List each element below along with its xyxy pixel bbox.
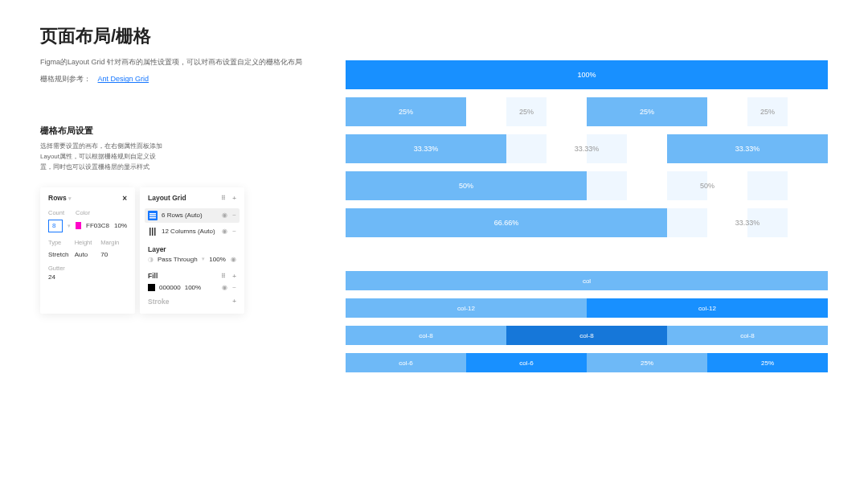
grid-cell: col-12 [346,298,587,318]
rows-panel-title: Rows ▾ [48,194,72,202]
layer-section: Layer [148,245,236,253]
grid-cell: 50% [587,171,828,200]
grid-cell: 33.33% [506,134,667,163]
svg-rect-0 [149,213,156,215]
grid-cell: 25% [587,97,707,126]
height-value[interactable]: Auto [75,251,101,258]
count-label: Count [48,209,64,216]
grid-cell: 33.33% [667,208,828,237]
page-description: Figma的Layout Grid 针对画布的属性设置项，可以对画布设置自定义的… [40,56,305,68]
layout-grid-item-columns[interactable]: 12 Columns (Auto) ◉ − [148,224,236,239]
grid-cell: col [346,271,828,290]
grid-cell: 25% [707,353,828,372]
type-value[interactable]: Stretch [48,251,75,258]
columns-icon [148,227,158,236]
blend-icon: ◑ [148,256,154,263]
layout-grid-item-label: 6 Rows (Auto) [162,212,203,219]
margin-value[interactable]: 70 [100,251,127,258]
svg-rect-4 [152,228,154,236]
layout-grid-title: Layout Grid [148,194,186,202]
gutter-value[interactable]: 24 [48,273,127,281]
margin-label: Margin [100,239,127,246]
grid-cell: col-8 [667,326,828,345]
fill-opacity[interactable]: 100% [185,284,201,291]
grid-cell: col-8 [506,326,667,345]
eye-icon[interactable]: ◉ [222,228,227,235]
svg-rect-1 [149,215,156,216]
gutter-label: Gutter [48,265,127,272]
fill-section: Fill ⠿ + [148,272,236,280]
ant-design-link[interactable]: Ant Design Grid [98,75,149,83]
fill-row[interactable]: 000000 100% ◉ − [148,284,236,291]
chevron-down-icon[interactable]: ▾ [202,256,205,262]
eye-icon[interactable]: ◉ [222,284,227,291]
close-icon[interactable]: × [122,194,127,203]
style-icon[interactable]: ⠿ [221,273,226,280]
grid-reference: 栅格规则参考： Ant Design Grid [40,74,305,84]
eye-icon[interactable]: ◉ [222,212,227,219]
remove-icon[interactable]: − [232,228,236,235]
remove-icon[interactable]: − [232,284,236,291]
grid-cell: 25% [707,97,828,126]
plus-icon[interactable]: + [232,298,236,305]
section-desc: 选择需要设置的画布，在右侧属性面板添加Layout属性，可以根据栅格规则自定义设… [40,142,169,172]
remove-icon[interactable]: − [232,212,236,219]
grid-cell: 25% [346,97,466,126]
color-opacity[interactable]: 10% [114,222,127,229]
color-hex[interactable]: FF03C8 [86,222,109,229]
grid-cell: col-12 [587,298,828,318]
grid-cell: 33.33% [667,134,828,163]
grid-cell: 33.33% [346,134,506,163]
blend-mode-row[interactable]: ◑Pass Through▾ 100% ◉ [148,253,236,265]
svg-rect-2 [149,217,156,219]
stroke-section: Stroke + [148,298,236,306]
layout-grid-item-label: 12 Columns (Auto) [162,228,215,235]
grid-cell: col-6 [346,353,466,372]
grid-cell: col-8 [346,326,506,345]
svg-rect-3 [149,228,151,236]
settings-icon[interactable]: ⠿ [221,195,226,202]
count-input[interactable]: 8 [48,220,63,232]
grid-cell: 66.66% [346,208,667,237]
plus-icon[interactable]: + [232,195,236,202]
chevron-down-icon[interactable]: ▾ [68,195,72,201]
grid-cell: col-6 [466,353,587,372]
layout-grid-panel: Layout Grid ⠿ + 6 Rows (Auto) ◉ − [140,187,244,314]
grid-cell-100: 100% [346,60,828,89]
page-title: 页面布局/栅格 [40,24,305,48]
ref-label: 栅格规则参考： [40,75,91,83]
plus-icon[interactable]: + [232,273,236,280]
grid-cell: 25% [466,97,587,126]
type-label: Type [48,239,75,246]
grid-cell: 50% [346,171,587,200]
section-title: 栅格布局设置 [40,125,305,137]
rows-icon [148,211,158,220]
color-swatch[interactable] [76,222,81,229]
grid-cell: 25% [587,353,707,372]
fill-swatch[interactable] [148,284,155,291]
chevron-down-icon[interactable]: ▾ [68,223,71,229]
eye-icon[interactable]: ◉ [231,256,236,263]
rows-panel: Rows ▾ × Count Color 8 ▾ FF03C8 10% Type… [40,187,135,314]
color-label: Color [76,209,90,216]
layout-grid-item-rows[interactable]: 6 Rows (Auto) ◉ − [145,208,240,223]
svg-rect-5 [154,228,156,236]
fill-hex[interactable]: 000000 [159,284,181,291]
height-label: Height [75,239,101,246]
